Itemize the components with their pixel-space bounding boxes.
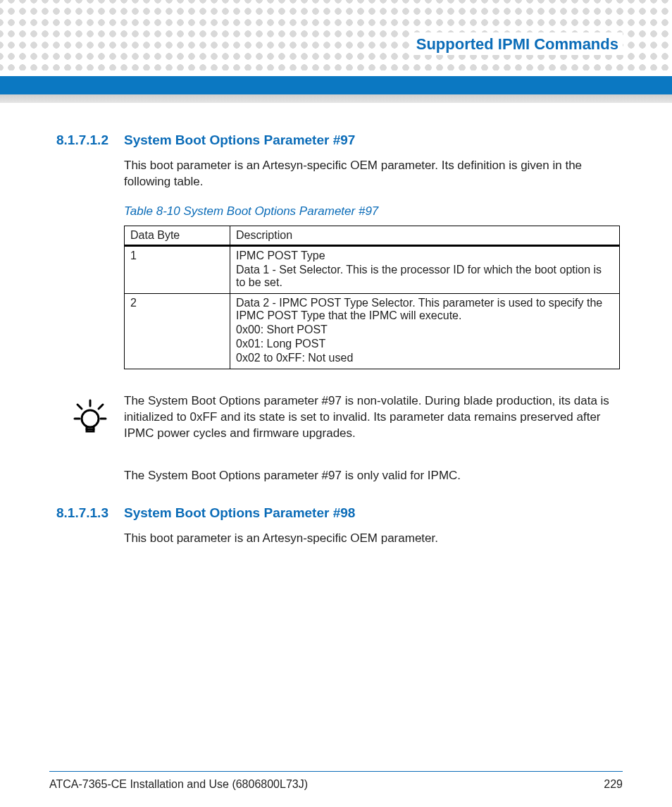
page-header-title: Supported IPMI Commands [409,32,623,55]
table-row: 1 IPMC POST Type Data 1 - Set Selector. … [125,245,620,293]
section-heading: 8.1.7.1.2 System Boot Options Parameter … [56,133,620,148]
section-heading: 8.1.7.1.3 System Boot Options Parameter … [56,505,620,521]
section-number: 8.1.7.1.3 [56,505,114,521]
tip-text: The System Boot Options parameter #97 is… [124,393,620,442]
header-grey-bar [0,94,672,103]
table-cell: 1 [125,245,230,293]
footer-page-number: 229 [604,778,623,791]
table-row: 2 Data 2 - IPMC POST Type Selector. This… [125,293,620,369]
svg-line-3 [77,405,82,409]
table-cell: IPMC POST Type Data 1 - Set Selector. Th… [230,245,620,293]
section-title: System Boot Options Parameter #97 [124,133,355,148]
lightbulb-icon [70,393,110,443]
section-number: 8.1.7.1.2 [56,133,114,148]
section-intro: This boot parameter is an Artesyn-specif… [124,531,620,547]
table-cell: 2 [125,293,230,369]
section-intro: This boot parameter is an Artesyn-specif… [124,158,620,190]
svg-point-0 [82,410,99,427]
page-content: 8.1.7.1.2 System Boot Options Parameter … [56,133,620,561]
cell-line: Data 2 - IPMC POST Type Selector. This p… [236,297,614,322]
cell-line: Data 1 - Set Selector. This is the proce… [236,264,614,289]
table-header-row: Data Byte Description [125,226,620,245]
table-cell: Data 2 - IPMC POST Type Selector. This p… [230,293,620,369]
table-header-cell: Description [230,226,620,245]
svg-line-4 [99,405,103,409]
section-title: System Boot Options Parameter #98 [124,505,355,521]
cell-line: 0x00: Short POST [236,324,614,336]
parameter-table: Data Byte Description 1 IPMC POST Type D… [124,226,620,369]
table-caption: Table 8-10 System Boot Options Parameter… [124,204,620,218]
footer-rule [49,771,623,772]
table-header-cell: Data Byte [125,226,230,245]
cell-line: IPMC POST Type [236,250,614,262]
header-blue-bar [0,76,672,94]
cell-line: 0x02 to 0xFF: Not used [236,352,614,364]
section-note: The System Boot Options parameter #97 is… [124,468,620,484]
cell-line: 0x01: Long POST [236,338,614,350]
footer-doc-title: ATCA-7365-CE Installation and Use (68068… [49,778,308,791]
tip-block: The System Boot Options parameter #97 is… [70,393,620,443]
page-footer: ATCA-7365-CE Installation and Use (68068… [49,778,623,791]
